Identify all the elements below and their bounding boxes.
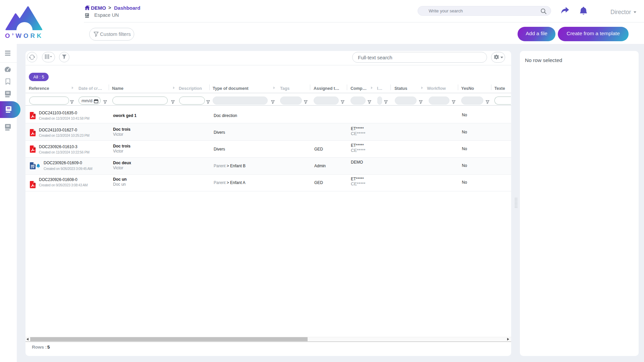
svg-text:O’WORK: O’WORK — [5, 32, 43, 39]
